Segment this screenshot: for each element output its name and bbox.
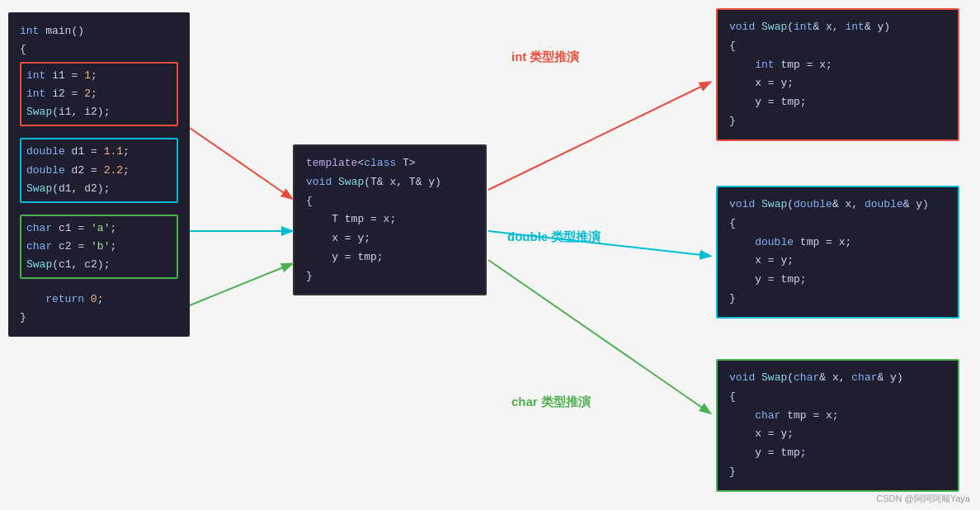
right-double-panel: void Swap(double& x, double& y) { double…: [716, 186, 959, 319]
arrow-center-to-char: [488, 260, 709, 413]
double-block: double d1 = 1.1; double d2 = 2.2; Swap(d…: [20, 138, 178, 202]
char-block: char c1 = 'a'; char c2 = 'b'; Swap(c1, c…: [20, 215, 178, 279]
left-code-panel: int main() { int i1 = 1; int i2 = 2; Swa…: [8, 12, 190, 337]
right-int-panel: void Swap(int& x, int& y) { int tmp = x;…: [716, 8, 959, 141]
right-char-panel: void Swap(char& x, char& y) { char tmp =…: [716, 359, 959, 492]
arrow-char-to-center: [190, 264, 291, 305]
main-container: int main() { int i1 = 1; int i2 = 2; Swa…: [0, 0, 980, 510]
main-signature: int main(): [20, 22, 178, 40]
template-box: template<class T> void Swap(T& x, T& y) …: [293, 144, 487, 295]
arrow-int-to-center: [190, 128, 291, 198]
char-label: char 类型推演: [511, 394, 591, 410]
int-label: int 类型推演: [511, 50, 580, 65]
arrow-center-to-int: [488, 83, 709, 190]
int-block: int i1 = 1; int i2 = 2; Swap(i1, i2);: [20, 62, 178, 126]
watermark: CSDN @阿阿阿顺Yaya: [876, 493, 970, 505]
double-label: double 类型推演: [507, 229, 601, 245]
